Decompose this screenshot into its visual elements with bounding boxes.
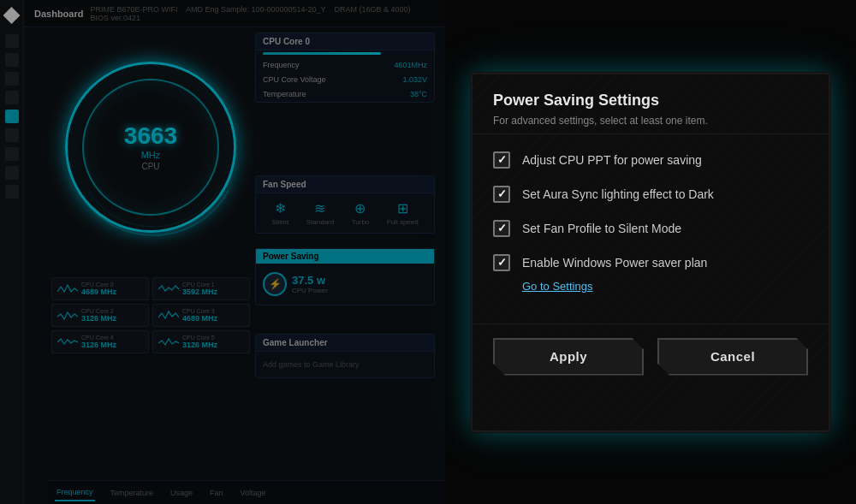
checkmark-icon-0: ✓ (497, 154, 507, 165)
checkbox-fan-profile[interactable]: ✓ (493, 220, 510, 237)
modal-overlay: Power Saving Settings For advanced setti… (0, 0, 856, 504)
checkmark-icon-3: ✓ (497, 257, 507, 268)
checkbox-label-2: Set Fan Profile to Silent Mode (522, 222, 681, 235)
power-saving-modal: Power Saving Settings For advanced setti… (471, 73, 830, 432)
checkbox-label-1: Set Aura Sync lighting effect to Dark (522, 187, 714, 201)
checkbox-item-0: ✓ Adjust CPU PPT for power saving (493, 151, 808, 169)
checkbox-label-0: Adjust CPU PPT for power saving (522, 153, 702, 167)
modal-subtitle: For advanced settings, select at least o… (493, 115, 808, 127)
checkbox-aura-sync[interactable]: ✓ (493, 186, 510, 203)
checkmark-icon-2: ✓ (497, 222, 507, 234)
modal-title: Power Saving Settings (493, 92, 808, 110)
checkmark-icon-1: ✓ (497, 188, 507, 199)
cancel-button[interactable]: Cancel (657, 338, 808, 376)
modal-footer: Apply Cancel (473, 323, 829, 393)
checkbox-windows-power[interactable]: ✓ (493, 254, 510, 271)
checkbox-item-3: ✓ Enable Windows Power saver plan (493, 254, 808, 271)
modal-content: Power Saving Settings For advanced setti… (473, 74, 829, 393)
checkbox-cpu-ppt[interactable]: ✓ (493, 151, 510, 169)
checkbox-item-2: ✓ Set Fan Profile to Silent Mode (493, 220, 808, 237)
modal-body: ✓ Adjust CPU PPT for power saving ✓ Set … (473, 134, 829, 323)
apply-button[interactable]: Apply (493, 338, 644, 376)
checkbox-label-3: Enable Windows Power saver plan (522, 256, 707, 270)
modal-header: Power Saving Settings For advanced setti… (473, 74, 829, 134)
checkbox-item-1: ✓ Set Aura Sync lighting effect to Dark (493, 186, 808, 203)
goto-settings-link[interactable]: Go to Settings (522, 280, 808, 293)
